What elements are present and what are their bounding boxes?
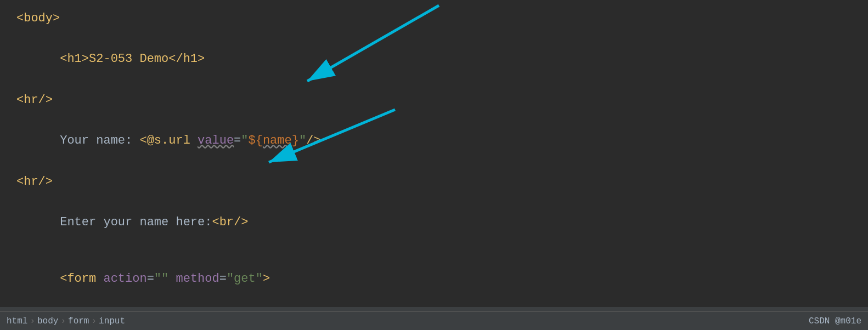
code-line-4-content: Your name: <@s.url value="${name}"/> [16,113,868,168]
breadcrumb-body: body [37,316,58,326]
breadcrumb: html › body › form › input [7,316,125,326]
status-bar: html › body › form › input CSDN @m01e [0,311,868,330]
code-line-7: <form action="" method="get"> [0,251,868,307]
code-line-6: Enter your name here:<br/> [0,194,868,251]
code-line-3-content: <hr/> [16,91,868,109]
code-line-5: <hr/> [0,169,868,194]
code-line-7-content: <form action="" method="get"> [16,252,868,306]
code-line-4: Your name: <@s.url value="${name}"/> [0,112,868,169]
code-editor: <body> <h1>S2-053 Demo</h1> <hr/> Your n… [0,0,868,330]
code-line-1: <body> [0,5,868,31]
breadcrumb-sep-3: › [91,316,97,326]
code-line-2: <h1>S2-053 Demo</h1> [0,31,868,87]
code-line-1-content: <body> [16,9,868,27]
breadcrumb-form: form [68,316,89,326]
breadcrumb-sep-1: › [30,316,35,326]
code-line-2-content: <h1>S2-053 Demo</h1> [16,32,868,86]
code-line-6-content: Enter your name here:<br/> [16,195,868,249]
breadcrumb-input: input [99,316,125,326]
status-right-label: CSDN @m01e [809,316,861,326]
code-line-5-content: <hr/> [16,173,868,191]
breadcrumb-html: html [7,316,27,326]
code-line-3: <hr/> [0,87,868,112]
breadcrumb-sep-2: › [60,316,66,326]
